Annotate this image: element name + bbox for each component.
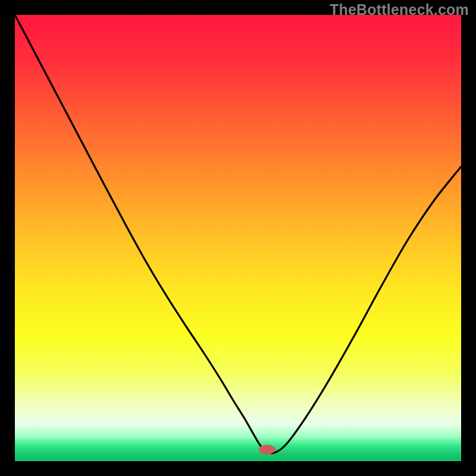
plot-area xyxy=(15,15,461,461)
watermark-text: TheBottleneck.com xyxy=(330,1,469,18)
chart-frame: TheBottleneck.com xyxy=(0,0,476,476)
plot-svg xyxy=(15,15,461,461)
gradient-background xyxy=(15,15,461,461)
optimum-marker xyxy=(259,445,275,455)
